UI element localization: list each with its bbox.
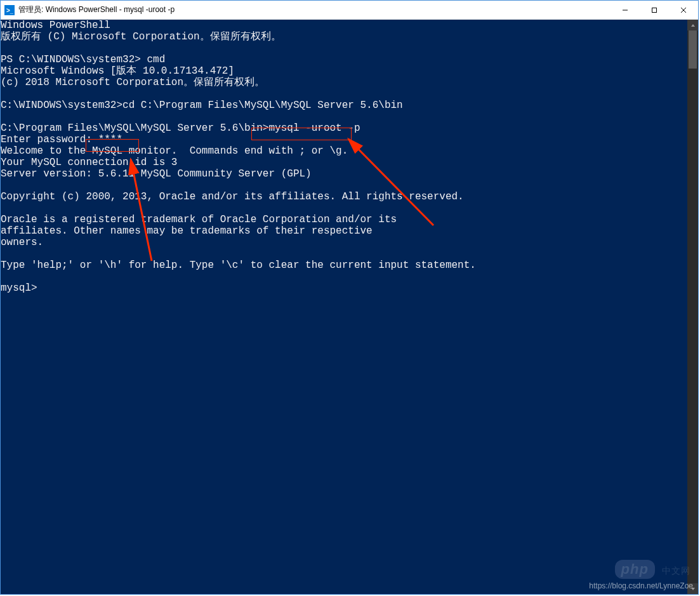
terminal-line: Microsoft Windows [版本 10.0.17134.472] bbox=[1, 65, 687, 77]
terminal-line: (c) 2018 Microsoft Corporation。保留所有权利。 bbox=[1, 77, 687, 88]
terminal-line: PS C:\WINDOWS\system32> cmd bbox=[1, 54, 687, 65]
terminal-line: Copyright (c) 2000, 2013, Oracle and/or … bbox=[1, 191, 687, 202]
svg-rect-2 bbox=[652, 8, 657, 12]
terminal-line bbox=[1, 271, 687, 282]
scrollbar-thumb[interactable] bbox=[689, 30, 697, 69]
powershell-icon: >_ bbox=[4, 5, 15, 15]
maximize-button[interactable] bbox=[640, 1, 669, 19]
terminal-line: Oracle is a registered trademark of Orac… bbox=[1, 214, 687, 225]
minimize-button[interactable] bbox=[611, 1, 640, 19]
terminal-line: Type 'help;' or '\h' for help. Type '\c'… bbox=[1, 260, 687, 271]
close-button[interactable] bbox=[669, 1, 698, 19]
terminal-line bbox=[1, 202, 687, 214]
terminal-line bbox=[1, 248, 687, 260]
svg-marker-5 bbox=[691, 24, 695, 27]
window-controls bbox=[611, 1, 698, 19]
terminal-line: C:\WINDOWS\system32>cd C:\Program Files\… bbox=[1, 100, 687, 111]
scroll-up-button[interactable] bbox=[687, 20, 698, 30]
terminal-line bbox=[1, 180, 687, 191]
terminal-line: Enter password: **** bbox=[1, 134, 687, 145]
terminal-line: Server version: 5.6.11 MySQL Community S… bbox=[1, 168, 687, 180]
terminal-line: Welcome to the MySQL monitor. Commands e… bbox=[1, 145, 687, 157]
terminal-line: Windows PowerShell bbox=[1, 20, 687, 31]
terminal-line: owners. bbox=[1, 237, 687, 248]
window-frame: >_ 管理员: Windows PowerShell - mysql -uroo… bbox=[0, 0, 699, 595]
terminal-line: Your MySQL connection id is 3 bbox=[1, 157, 687, 168]
window-title: 管理员: Windows PowerShell - mysql -uroot -… bbox=[18, 4, 611, 15]
titlebar[interactable]: >_ 管理员: Windows PowerShell - mysql -uroo… bbox=[1, 1, 698, 20]
terminal-line bbox=[1, 88, 687, 100]
terminal-line bbox=[1, 43, 687, 54]
terminal-output[interactable]: Windows PowerShell版权所有 (C) Microsoft Cor… bbox=[1, 20, 687, 594]
php-watermark: php 中文网 bbox=[615, 560, 690, 579]
vertical-scrollbar[interactable] bbox=[687, 20, 698, 594]
csdn-watermark: https://blog.csdn.net/LynneZoe bbox=[589, 581, 693, 590]
terminal-line: affiliates. Other names may be trademark… bbox=[1, 225, 687, 237]
terminal-area: Windows PowerShell版权所有 (C) Microsoft Cor… bbox=[1, 20, 698, 594]
terminal-line bbox=[1, 111, 687, 123]
terminal-line: 版权所有 (C) Microsoft Corporation。保留所有权利。 bbox=[1, 31, 687, 43]
terminal-line: mysql> bbox=[1, 282, 687, 294]
svg-text:>_: >_ bbox=[6, 7, 13, 14]
terminal-line: C:\Program Files\MySQL\MySQL Server 5.6\… bbox=[1, 123, 687, 134]
scrollbar-track[interactable] bbox=[687, 30, 698, 583]
